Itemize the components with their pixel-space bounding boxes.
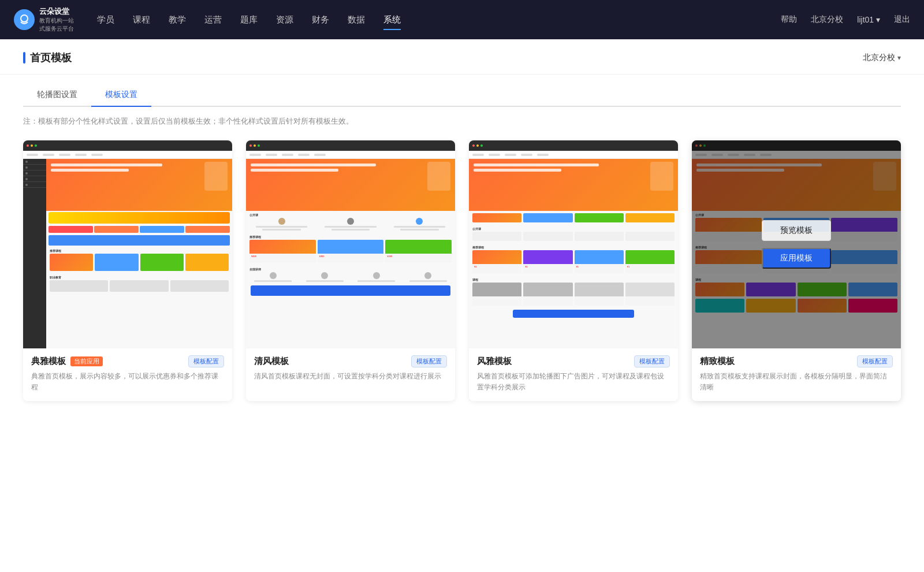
help-link[interactable]: 帮助 [781, 14, 797, 25]
card-desc-elegant2: 风雅首页模板可添加轮播图下广告图片，可对课程及课程包设置学科分类展示 [477, 371, 670, 393]
tab-template[interactable]: 模板设置 [91, 84, 151, 107]
nav-item-teaching[interactable]: 教学 [169, 12, 186, 28]
card-overlay: 预览模板 应用模板 [692, 140, 901, 348]
card-preview-fresh: 公开课 [246, 140, 455, 348]
badge-current-elegant: 当前应用 [70, 356, 103, 366]
card-desc-fresh: 清风首页模板课程无封面，可设置按学科分类对课程进行展示 [254, 371, 447, 382]
svg-point-0 [21, 15, 28, 22]
nav-item-courses[interactable]: 课程 [133, 12, 150, 28]
nav-item-students[interactable]: 学员 [97, 12, 114, 28]
navbar: 云朵设堂 教育机构一站 式服务云平台 学员 课程 教学 运营 题库 资源 财务 … [0, 0, 924, 39]
config-btn-refined[interactable]: 模板配置 [857, 355, 893, 367]
apply-template-btn[interactable]: 应用模板 [762, 248, 831, 269]
card-desc-elegant: 典雅首页模板，展示内容较多，可以展示优惠券和多个推荐课程 [31, 371, 224, 393]
page-content: 首页模板 北京分校 ▾ 轮播图设置 模板设置 注：模板有部分个性化样式设置，设置… [0, 39, 924, 572]
card-footer-elegant: 典雅模板 当前应用 模板配置 典雅首页模板，展示内容较多，可以展示优惠券和多个推… [23, 348, 232, 401]
card-footer-fresh: 清风模板 模板配置 清风首页模板课程无封面，可设置按学科分类对课程进行展示 [246, 348, 455, 390]
nav-item-data[interactable]: 数据 [348, 12, 365, 28]
page-header: 首页模板 北京分校 ▾ [0, 39, 924, 75]
nav-logo: 云朵设堂 教育机构一站 式服务云平台 [14, 6, 74, 33]
tabs: 轮播图设置 模板设置 [23, 84, 901, 107]
config-btn-elegant[interactable]: 模板配置 [188, 355, 224, 367]
nav-item-operations[interactable]: 运营 [204, 12, 222, 28]
config-btn-elegant2[interactable]: 模板配置 [634, 355, 670, 367]
card-preview-elegant: 推荐课程 职业教育 [23, 140, 232, 348]
nav-item-finance[interactable]: 财务 [312, 12, 329, 28]
note-bar: 注：模板有部分个性化样式设置，设置后仅当前模板生效；非个性化样式设置后针对所有模… [0, 107, 924, 136]
nav-item-resources[interactable]: 资源 [276, 12, 293, 28]
card-footer-refined: 精致模板 模板配置 精致首页模板支持课程展示封面，各模板分隔明显，界面简洁清晰 [692, 348, 901, 401]
tabs-wrapper: 轮播图设置 模板设置 [0, 75, 924, 107]
card-preview-elegant2: 公开课 推荐课程 ¥1 [469, 140, 678, 348]
page-title-wrapper: 首页模板 [23, 51, 72, 65]
branch-link[interactable]: 北京分校 [811, 14, 843, 25]
user-menu[interactable]: lijt01 ▾ [857, 15, 880, 24]
template-name-elegant2: 风雅模板 [477, 356, 512, 367]
preview-template-btn[interactable]: 预览模板 [762, 220, 831, 241]
nav-item-questions[interactable]: 题库 [240, 12, 258, 28]
template-card-elegant2: 公开课 推荐课程 ¥1 [469, 140, 678, 401]
nav-right: 帮助 北京分校 lijt01 ▾ 退出 [781, 14, 910, 25]
template-card-fresh: 公开课 [246, 140, 455, 401]
template-card-refined: 公开课 推荐课程 [692, 140, 901, 401]
card-desc-refined: 精致首页模板支持课程展示封面，各模板分隔明显，界面简洁清晰 [700, 371, 893, 393]
template-card-elegant: 推荐课程 职业教育 [23, 140, 232, 401]
nav-item-system[interactable]: 系统 [383, 12, 401, 28]
template-grid: 推荐课程 职业教育 [0, 136, 924, 424]
tab-carousel[interactable]: 轮播图设置 [23, 84, 91, 107]
logout-link[interactable]: 退出 [894, 14, 910, 25]
nav-menu: 学员 课程 教学 运营 题库 资源 财务 数据 系统 [97, 12, 781, 28]
card-preview-refined: 公开课 推荐课程 [692, 140, 901, 348]
template-name-elegant: 典雅模板 [31, 356, 66, 367]
chevron-down-icon: ▾ [897, 54, 901, 62]
card-footer-elegant2: 风雅模板 模板配置 风雅首页模板可添加轮播图下广告图片，可对课程及课程包设置学科… [469, 348, 678, 401]
template-name-fresh: 清风模板 [254, 356, 289, 367]
config-btn-fresh[interactable]: 模板配置 [411, 355, 447, 367]
branch-selector[interactable]: 北京分校 ▾ [863, 53, 901, 63]
page-title: 首页模板 [30, 51, 72, 65]
logo-text: 云朵设堂 教育机构一站 式服务云平台 [39, 6, 74, 33]
template-name-refined: 精致模板 [700, 356, 735, 367]
page-title-bar [23, 52, 25, 64]
logo-icon [14, 9, 35, 30]
